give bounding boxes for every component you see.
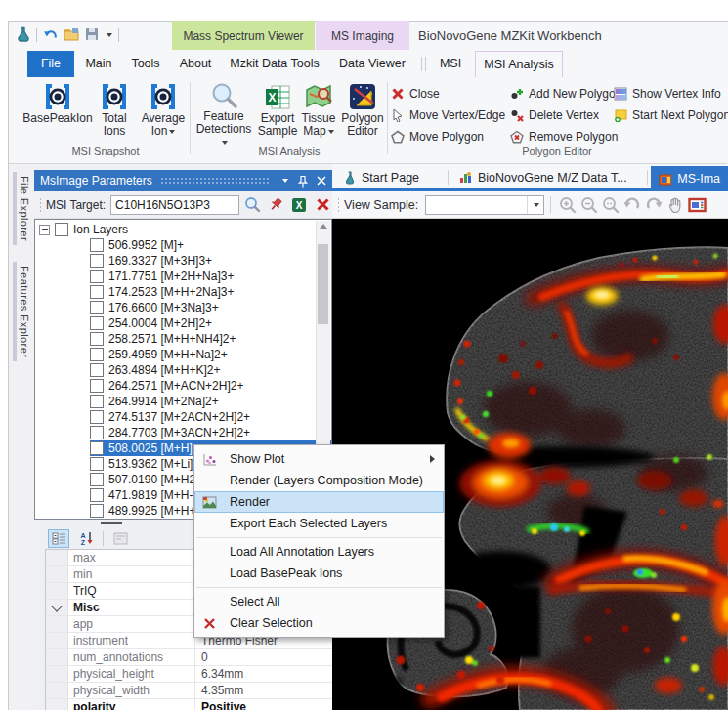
tab-msi-analysis[interactable]: MSI Analysis bbox=[475, 51, 563, 77]
feature-detections-button[interactable]: Feature Detections bbox=[193, 81, 254, 144]
tab-start-page[interactable]: Start Page bbox=[336, 166, 427, 188]
sample-combobox[interactable] bbox=[425, 195, 544, 215]
tree-item[interactable]: 506.9952 [M]+ bbox=[35, 237, 331, 253]
menu-item-select-all[interactable]: Select All bbox=[194, 591, 444, 612]
combobox-arrow[interactable] bbox=[527, 196, 543, 214]
zoom-out-button[interactable] bbox=[578, 194, 600, 216]
checkbox[interactable] bbox=[90, 473, 104, 486]
tree-root-row[interactable]: Ion Layers bbox=[35, 222, 331, 237]
checkbox[interactable] bbox=[90, 488, 104, 502]
tree-item[interactable]: 284.7703 [M+3ACN+2H]2+ bbox=[35, 425, 331, 440]
undo-icon[interactable] bbox=[43, 26, 58, 44]
tree-item[interactable]: 171.7751 [M+2H+Na]3+ bbox=[35, 269, 331, 284]
checkbox[interactable] bbox=[90, 301, 104, 314]
tab-about[interactable]: About bbox=[170, 51, 221, 77]
property-row-selected[interactable]: polarityPositive bbox=[46, 699, 332, 710]
tab-file[interactable]: File bbox=[27, 51, 74, 77]
export-excel-button[interactable]: X bbox=[290, 195, 310, 215]
average-ion-button[interactable]: Average Ion bbox=[139, 81, 188, 144]
tree-item[interactable]: 174.2523 [M+H+2Na]3+ bbox=[35, 284, 331, 300]
checkbox[interactable] bbox=[90, 332, 104, 346]
checkbox[interactable] bbox=[90, 504, 104, 518]
search-formula-button[interactable] bbox=[243, 195, 263, 215]
clear-target-button[interactable] bbox=[313, 195, 332, 215]
tab-main[interactable]: Main bbox=[76, 51, 121, 77]
checkbox[interactable] bbox=[90, 270, 104, 283]
menu-item-render-composition[interactable]: Render (Layers Composition Mode) bbox=[194, 470, 444, 491]
remove-polygon-button[interactable]: Remove Polygon bbox=[510, 127, 618, 146]
heatmap-legend-button[interactable] bbox=[686, 194, 707, 216]
start-next-polygon-button[interactable]: Start Next Polygon bbox=[614, 105, 728, 125]
checkbox[interactable] bbox=[90, 238, 104, 252]
tab-mzkit-data-tools[interactable]: Mzkit Data Tools bbox=[225, 51, 324, 77]
panel-menu-button[interactable] bbox=[277, 173, 292, 188]
msi-target-input[interactable] bbox=[110, 195, 239, 215]
show-vertex-info-button[interactable]: Show Vertex Info bbox=[614, 84, 721, 104]
tab-ms-imaging-selected[interactable]: MS-Ima bbox=[651, 166, 728, 191]
alphabetical-sort-button[interactable]: AZ bbox=[75, 529, 97, 548]
checkbox[interactable] bbox=[90, 410, 104, 424]
property-row[interactable]: physical_width4.35mm bbox=[46, 683, 332, 699]
tree-item[interactable]: 259.4959 [M+H+Na]2+ bbox=[35, 347, 331, 362]
tree-item[interactable]: 263.4894 [M+H+K]2+ bbox=[35, 362, 331, 378]
menu-item-render[interactable]: Render bbox=[194, 491, 444, 513]
rotate-ccw-button[interactable] bbox=[621, 194, 643, 216]
checkbox[interactable] bbox=[90, 426, 104, 439]
checkbox[interactable] bbox=[55, 223, 68, 236]
panel-titlebar[interactable]: MsImage Parameters bbox=[34, 170, 332, 191]
pan-hand-button[interactable] bbox=[664, 194, 686, 216]
move-vertex-edge-button[interactable]: Move Vertex/Edge bbox=[391, 105, 505, 125]
menu-item-clear-selection[interactable]: Clear Selection bbox=[194, 612, 444, 634]
tab-data-viewer[interactable]: Data Viewer bbox=[328, 51, 416, 77]
close-polygon-button[interactable]: Close bbox=[391, 84, 440, 104]
export-sample-button[interactable]: X Export Sample bbox=[256, 81, 299, 144]
checkbox[interactable] bbox=[90, 457, 104, 471]
sidebar-tab-file-explorer[interactable]: File Explorer bbox=[13, 172, 33, 245]
categorized-view-button[interactable] bbox=[48, 529, 69, 548]
collapse-icon[interactable] bbox=[39, 225, 50, 235]
panel-close-button[interactable] bbox=[314, 173, 329, 188]
add-new-polygon-button[interactable]: Add New Polygon bbox=[510, 84, 621, 104]
zoom-in-button[interactable] bbox=[557, 194, 578, 216]
save-icon[interactable] bbox=[85, 27, 99, 44]
checkbox[interactable] bbox=[90, 395, 104, 408]
tree-item[interactable]: 176.6600 [M+3Na]3+ bbox=[35, 300, 331, 315]
property-pages-button[interactable] bbox=[109, 529, 131, 548]
checkbox[interactable] bbox=[90, 363, 104, 377]
tree-item[interactable]: 264.2571 [M+ACN+2H]2+ bbox=[35, 378, 331, 394]
total-ions-button[interactable]: Total Ions bbox=[92, 81, 137, 144]
move-polygon-button[interactable]: Move Polygon bbox=[391, 127, 484, 146]
tree-item[interactable]: 274.5137 [M+2ACN+2H]2+ bbox=[35, 409, 331, 425]
tab-tools[interactable]: Tools bbox=[123, 51, 168, 77]
panel-pin-button[interactable] bbox=[295, 173, 311, 188]
checkbox[interactable] bbox=[90, 379, 104, 393]
checkbox[interactable] bbox=[90, 441, 104, 455]
menu-item-load-annotation-layers[interactable]: Load All Annotation Layers bbox=[194, 541, 444, 563]
menu-item-export-layers[interactable]: Export Each Selected Layers bbox=[194, 513, 444, 534]
tab-msi[interactable]: MSI bbox=[430, 51, 471, 77]
delete-vertex-button[interactable]: Delete Vertex bbox=[510, 105, 599, 125]
tab-mz-data[interactable]: BioNovoGene M/Z Data T... bbox=[451, 166, 635, 188]
menu-item-show-plot[interactable]: Show Plot bbox=[194, 448, 444, 470]
open-folder-icon[interactable] bbox=[64, 27, 79, 44]
base-peak-ion-button[interactable]: BasePeakIon bbox=[25, 81, 90, 144]
sidebar-tab-features-explorer[interactable]: Features Explorer bbox=[13, 262, 33, 361]
zoom-reset-button[interactable] bbox=[600, 194, 621, 216]
checkbox[interactable] bbox=[90, 254, 104, 268]
polygon-editor-button[interactable]: Polygon Editor bbox=[340, 81, 385, 144]
checkbox[interactable] bbox=[90, 348, 104, 361]
rotate-cw-button[interactable] bbox=[643, 194, 664, 216]
chevron-down-icon[interactable] bbox=[51, 601, 62, 611]
tree-item[interactable]: 264.9914 [M+2Na]2+ bbox=[35, 394, 331, 409]
checkbox[interactable] bbox=[90, 316, 104, 330]
property-row[interactable]: physical_height6.34mm bbox=[46, 666, 332, 683]
tree-item[interactable]: 169.3327 [M+3H]3+ bbox=[35, 253, 331, 269]
pin-target-button[interactable] bbox=[267, 195, 286, 215]
scroll-up-icon[interactable] bbox=[320, 224, 327, 229]
property-row[interactable]: num_annotations0 bbox=[46, 649, 332, 666]
scrollbar-thumb[interactable] bbox=[318, 244, 328, 324]
checkbox[interactable] bbox=[90, 285, 104, 299]
qat-dropdown-icon[interactable] bbox=[107, 33, 112, 37]
tissue-map-button[interactable]: Tissue Map bbox=[299, 81, 338, 144]
tree-item[interactable]: 258.2571 [M+H+NH4]2+ bbox=[35, 331, 331, 347]
